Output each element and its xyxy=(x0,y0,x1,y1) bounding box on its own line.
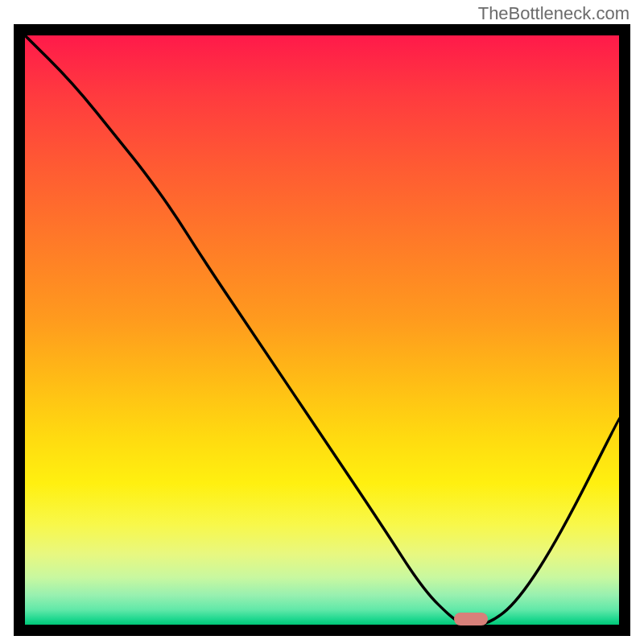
watermark-text: TheBottleneck.com xyxy=(478,3,630,24)
chart-frame xyxy=(14,24,630,636)
plot-area xyxy=(25,35,619,625)
chart-container: TheBottleneck.com xyxy=(0,0,644,644)
curve-svg xyxy=(25,35,619,625)
main-curve xyxy=(25,35,619,625)
optimal-marker xyxy=(454,613,488,625)
